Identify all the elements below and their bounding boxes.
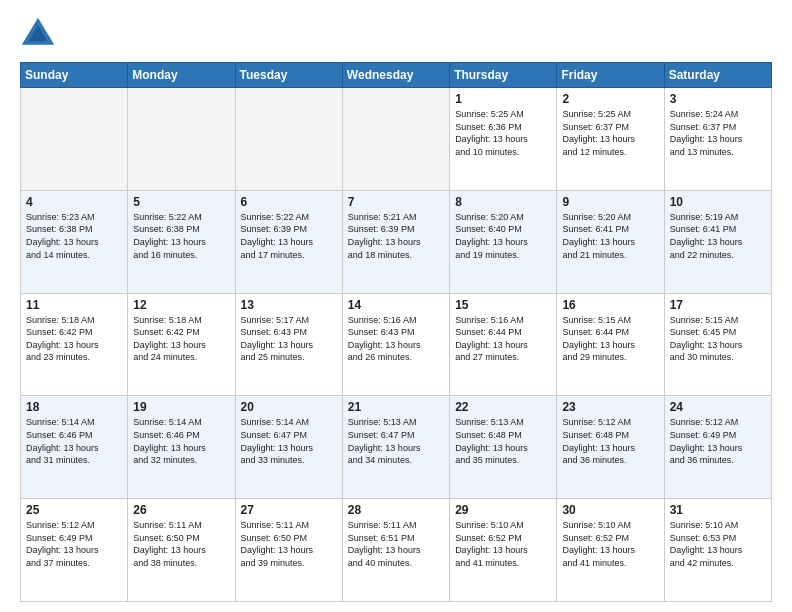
- day-number: 24: [670, 400, 766, 414]
- day-number: 1: [455, 92, 551, 106]
- calendar-cell: 12Sunrise: 5:18 AM Sunset: 6:42 PM Dayli…: [128, 293, 235, 396]
- day-info: Sunrise: 5:22 AM Sunset: 6:38 PM Dayligh…: [133, 211, 229, 261]
- page: SundayMondayTuesdayWednesdayThursdayFrid…: [0, 0, 792, 612]
- calendar-cell: 9Sunrise: 5:20 AM Sunset: 6:41 PM Daylig…: [557, 190, 664, 293]
- day-info: Sunrise: 5:15 AM Sunset: 6:44 PM Dayligh…: [562, 314, 658, 364]
- calendar-cell: 31Sunrise: 5:10 AM Sunset: 6:53 PM Dayli…: [664, 499, 771, 602]
- logo: [20, 16, 60, 52]
- day-info: Sunrise: 5:11 AM Sunset: 6:50 PM Dayligh…: [241, 519, 337, 569]
- calendar-cell: 29Sunrise: 5:10 AM Sunset: 6:52 PM Dayli…: [450, 499, 557, 602]
- calendar-cell: [21, 88, 128, 191]
- weekday-header-row: SundayMondayTuesdayWednesdayThursdayFrid…: [21, 63, 772, 88]
- day-number: 26: [133, 503, 229, 517]
- calendar-cell: 25Sunrise: 5:12 AM Sunset: 6:49 PM Dayli…: [21, 499, 128, 602]
- calendar-cell: 4Sunrise: 5:23 AM Sunset: 6:38 PM Daylig…: [21, 190, 128, 293]
- week-row-4: 18Sunrise: 5:14 AM Sunset: 6:46 PM Dayli…: [21, 396, 772, 499]
- day-info: Sunrise: 5:10 AM Sunset: 6:52 PM Dayligh…: [455, 519, 551, 569]
- weekday-sunday: Sunday: [21, 63, 128, 88]
- calendar-cell: 21Sunrise: 5:13 AM Sunset: 6:47 PM Dayli…: [342, 396, 449, 499]
- day-info: Sunrise: 5:18 AM Sunset: 6:42 PM Dayligh…: [26, 314, 122, 364]
- day-number: 17: [670, 298, 766, 312]
- day-info: Sunrise: 5:25 AM Sunset: 6:37 PM Dayligh…: [562, 108, 658, 158]
- day-number: 16: [562, 298, 658, 312]
- calendar-cell: 20Sunrise: 5:14 AM Sunset: 6:47 PM Dayli…: [235, 396, 342, 499]
- day-number: 2: [562, 92, 658, 106]
- calendar-cell: 18Sunrise: 5:14 AM Sunset: 6:46 PM Dayli…: [21, 396, 128, 499]
- day-number: 6: [241, 195, 337, 209]
- calendar-cell: 3Sunrise: 5:24 AM Sunset: 6:37 PM Daylig…: [664, 88, 771, 191]
- calendar-cell: [235, 88, 342, 191]
- calendar-cell: 17Sunrise: 5:15 AM Sunset: 6:45 PM Dayli…: [664, 293, 771, 396]
- day-info: Sunrise: 5:22 AM Sunset: 6:39 PM Dayligh…: [241, 211, 337, 261]
- day-info: Sunrise: 5:14 AM Sunset: 6:46 PM Dayligh…: [26, 416, 122, 466]
- calendar-cell: 1Sunrise: 5:25 AM Sunset: 6:36 PM Daylig…: [450, 88, 557, 191]
- week-row-2: 4Sunrise: 5:23 AM Sunset: 6:38 PM Daylig…: [21, 190, 772, 293]
- day-info: Sunrise: 5:10 AM Sunset: 6:53 PM Dayligh…: [670, 519, 766, 569]
- calendar-cell: 11Sunrise: 5:18 AM Sunset: 6:42 PM Dayli…: [21, 293, 128, 396]
- day-info: Sunrise: 5:14 AM Sunset: 6:47 PM Dayligh…: [241, 416, 337, 466]
- day-number: 15: [455, 298, 551, 312]
- calendar-cell: 26Sunrise: 5:11 AM Sunset: 6:50 PM Dayli…: [128, 499, 235, 602]
- day-number: 8: [455, 195, 551, 209]
- day-info: Sunrise: 5:15 AM Sunset: 6:45 PM Dayligh…: [670, 314, 766, 364]
- calendar-cell: 8Sunrise: 5:20 AM Sunset: 6:40 PM Daylig…: [450, 190, 557, 293]
- day-number: 4: [26, 195, 122, 209]
- day-number: 11: [26, 298, 122, 312]
- calendar-cell: 14Sunrise: 5:16 AM Sunset: 6:43 PM Dayli…: [342, 293, 449, 396]
- day-info: Sunrise: 5:18 AM Sunset: 6:42 PM Dayligh…: [133, 314, 229, 364]
- calendar-cell: 24Sunrise: 5:12 AM Sunset: 6:49 PM Dayli…: [664, 396, 771, 499]
- logo-icon: [20, 16, 56, 52]
- day-info: Sunrise: 5:25 AM Sunset: 6:36 PM Dayligh…: [455, 108, 551, 158]
- calendar-cell: 10Sunrise: 5:19 AM Sunset: 6:41 PM Dayli…: [664, 190, 771, 293]
- weekday-thursday: Thursday: [450, 63, 557, 88]
- calendar-cell: 5Sunrise: 5:22 AM Sunset: 6:38 PM Daylig…: [128, 190, 235, 293]
- calendar-cell: 30Sunrise: 5:10 AM Sunset: 6:52 PM Dayli…: [557, 499, 664, 602]
- day-number: 5: [133, 195, 229, 209]
- calendar-cell: [342, 88, 449, 191]
- day-number: 20: [241, 400, 337, 414]
- day-info: Sunrise: 5:23 AM Sunset: 6:38 PM Dayligh…: [26, 211, 122, 261]
- day-number: 25: [26, 503, 122, 517]
- day-number: 27: [241, 503, 337, 517]
- day-number: 23: [562, 400, 658, 414]
- day-info: Sunrise: 5:17 AM Sunset: 6:43 PM Dayligh…: [241, 314, 337, 364]
- day-info: Sunrise: 5:19 AM Sunset: 6:41 PM Dayligh…: [670, 211, 766, 261]
- day-info: Sunrise: 5:16 AM Sunset: 6:43 PM Dayligh…: [348, 314, 444, 364]
- calendar-cell: 16Sunrise: 5:15 AM Sunset: 6:44 PM Dayli…: [557, 293, 664, 396]
- day-info: Sunrise: 5:24 AM Sunset: 6:37 PM Dayligh…: [670, 108, 766, 158]
- day-number: 21: [348, 400, 444, 414]
- day-info: Sunrise: 5:11 AM Sunset: 6:51 PM Dayligh…: [348, 519, 444, 569]
- day-info: Sunrise: 5:21 AM Sunset: 6:39 PM Dayligh…: [348, 211, 444, 261]
- day-number: 14: [348, 298, 444, 312]
- weekday-friday: Friday: [557, 63, 664, 88]
- day-number: 29: [455, 503, 551, 517]
- day-info: Sunrise: 5:12 AM Sunset: 6:49 PM Dayligh…: [26, 519, 122, 569]
- weekday-monday: Monday: [128, 63, 235, 88]
- day-number: 3: [670, 92, 766, 106]
- day-info: Sunrise: 5:20 AM Sunset: 6:40 PM Dayligh…: [455, 211, 551, 261]
- day-number: 12: [133, 298, 229, 312]
- day-info: Sunrise: 5:13 AM Sunset: 6:47 PM Dayligh…: [348, 416, 444, 466]
- day-info: Sunrise: 5:16 AM Sunset: 6:44 PM Dayligh…: [455, 314, 551, 364]
- day-info: Sunrise: 5:12 AM Sunset: 6:48 PM Dayligh…: [562, 416, 658, 466]
- header: [20, 16, 772, 52]
- calendar-cell: 23Sunrise: 5:12 AM Sunset: 6:48 PM Dayli…: [557, 396, 664, 499]
- weekday-tuesday: Tuesday: [235, 63, 342, 88]
- weekday-saturday: Saturday: [664, 63, 771, 88]
- week-row-1: 1Sunrise: 5:25 AM Sunset: 6:36 PM Daylig…: [21, 88, 772, 191]
- day-number: 18: [26, 400, 122, 414]
- day-number: 22: [455, 400, 551, 414]
- calendar-cell: [128, 88, 235, 191]
- calendar-cell: 28Sunrise: 5:11 AM Sunset: 6:51 PM Dayli…: [342, 499, 449, 602]
- calendar-cell: 15Sunrise: 5:16 AM Sunset: 6:44 PM Dayli…: [450, 293, 557, 396]
- calendar-cell: 27Sunrise: 5:11 AM Sunset: 6:50 PM Dayli…: [235, 499, 342, 602]
- day-number: 13: [241, 298, 337, 312]
- calendar-cell: 22Sunrise: 5:13 AM Sunset: 6:48 PM Dayli…: [450, 396, 557, 499]
- day-info: Sunrise: 5:13 AM Sunset: 6:48 PM Dayligh…: [455, 416, 551, 466]
- week-row-3: 11Sunrise: 5:18 AM Sunset: 6:42 PM Dayli…: [21, 293, 772, 396]
- day-info: Sunrise: 5:14 AM Sunset: 6:46 PM Dayligh…: [133, 416, 229, 466]
- day-number: 9: [562, 195, 658, 209]
- day-number: 30: [562, 503, 658, 517]
- day-info: Sunrise: 5:10 AM Sunset: 6:52 PM Dayligh…: [562, 519, 658, 569]
- week-row-5: 25Sunrise: 5:12 AM Sunset: 6:49 PM Dayli…: [21, 499, 772, 602]
